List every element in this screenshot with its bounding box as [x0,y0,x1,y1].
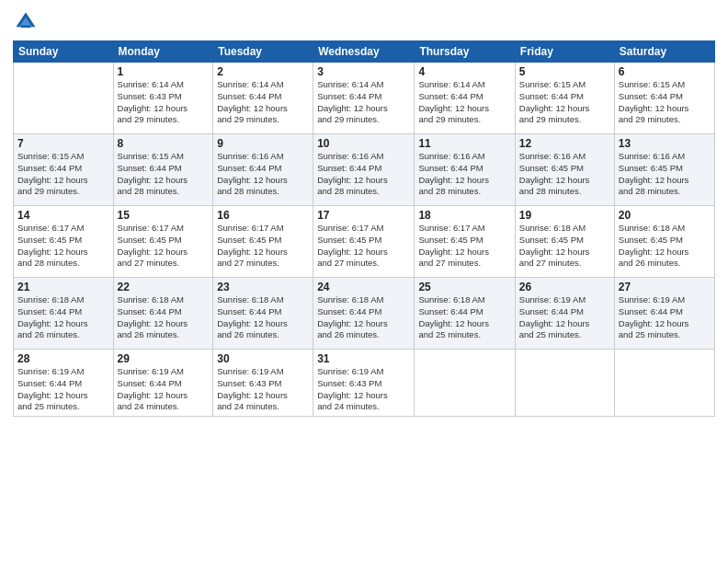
day-number: 16 [217,209,309,222]
header [13,9,715,35]
table-row: 21Sunrise: 6:18 AM Sunset: 6:44 PM Dayli… [14,278,114,350]
table-row: 26Sunrise: 6:19 AM Sunset: 6:44 PM Dayli… [515,278,614,350]
day-number: 8 [118,137,210,150]
day-info: Sunrise: 6:19 AM Sunset: 6:44 PM Dayligh… [118,366,210,413]
day-number: 23 [217,281,309,293]
table-row: 20Sunrise: 6:18 AM Sunset: 6:45 PM Dayli… [614,206,714,278]
table-row [415,350,515,417]
day-number: 3 [317,65,410,78]
table-row: 18Sunrise: 6:17 AM Sunset: 6:45 PM Dayli… [415,206,515,278]
day-number: 27 [619,281,711,293]
day-info: Sunrise: 6:15 AM Sunset: 6:44 PM Dayligh… [17,151,109,198]
table-row: 16Sunrise: 6:17 AM Sunset: 6:45 PM Dayli… [213,206,313,278]
col-sunday: Sunday [14,41,114,63]
col-friday: Friday [515,41,614,63]
day-number: 18 [418,209,510,222]
table-row: 31Sunrise: 6:19 AM Sunset: 6:43 PM Dayli… [313,350,415,417]
table-row: 5Sunrise: 6:15 AM Sunset: 6:44 PM Daylig… [515,63,614,134]
table-row: 12Sunrise: 6:16 AM Sunset: 6:45 PM Dayli… [515,134,614,206]
day-info: Sunrise: 6:19 AM Sunset: 6:44 PM Dayligh… [519,294,610,341]
day-number: 21 [17,281,109,293]
day-number: 10 [317,137,410,150]
table-row: 2Sunrise: 6:14 AM Sunset: 6:44 PM Daylig… [213,63,313,134]
day-number: 20 [619,209,711,222]
table-row: 15Sunrise: 6:17 AM Sunset: 6:45 PM Dayli… [113,206,213,278]
table-row: 10Sunrise: 6:16 AM Sunset: 6:44 PM Dayli… [313,134,415,206]
table-row: 24Sunrise: 6:18 AM Sunset: 6:44 PM Dayli… [313,278,415,350]
table-row [14,63,114,134]
day-number: 4 [418,65,510,78]
day-info: Sunrise: 6:19 AM Sunset: 6:43 PM Dayligh… [317,366,410,413]
day-info: Sunrise: 6:16 AM Sunset: 6:44 PM Dayligh… [217,151,309,198]
calendar-header-row: Sunday Monday Tuesday Wednesday Thursday… [14,41,715,63]
day-info: Sunrise: 6:16 AM Sunset: 6:45 PM Dayligh… [619,151,711,198]
table-row: 13Sunrise: 6:16 AM Sunset: 6:45 PM Dayli… [614,134,714,206]
day-info: Sunrise: 6:17 AM Sunset: 6:45 PM Dayligh… [418,223,510,270]
col-saturday: Saturday [614,41,714,63]
day-info: Sunrise: 6:18 AM Sunset: 6:44 PM Dayligh… [17,294,109,341]
day-info: Sunrise: 6:19 AM Sunset: 6:43 PM Dayligh… [217,366,309,413]
table-row [515,350,614,417]
table-row: 28Sunrise: 6:19 AM Sunset: 6:44 PM Dayli… [14,350,114,417]
day-number: 9 [217,137,309,150]
day-info: Sunrise: 6:17 AM Sunset: 6:45 PM Dayligh… [17,223,109,270]
day-info: Sunrise: 6:14 AM Sunset: 6:44 PM Dayligh… [418,79,510,126]
day-number: 14 [17,209,109,222]
calendar: Sunday Monday Tuesday Wednesday Thursday… [13,40,715,417]
day-info: Sunrise: 6:19 AM Sunset: 6:44 PM Dayligh… [619,294,711,341]
day-info: Sunrise: 6:15 AM Sunset: 6:44 PM Dayligh… [619,79,711,126]
day-info: Sunrise: 6:15 AM Sunset: 6:44 PM Dayligh… [118,151,210,198]
table-row: 29Sunrise: 6:19 AM Sunset: 6:44 PM Dayli… [113,350,213,417]
table-row: 17Sunrise: 6:17 AM Sunset: 6:45 PM Dayli… [313,206,415,278]
day-info: Sunrise: 6:14 AM Sunset: 6:43 PM Dayligh… [118,79,210,126]
day-info: Sunrise: 6:18 AM Sunset: 6:44 PM Dayligh… [418,294,510,341]
table-row: 6Sunrise: 6:15 AM Sunset: 6:44 PM Daylig… [614,63,714,134]
day-number: 24 [317,281,410,293]
table-row: 11Sunrise: 6:16 AM Sunset: 6:44 PM Dayli… [415,134,515,206]
col-thursday: Thursday [415,41,515,63]
table-row: 9Sunrise: 6:16 AM Sunset: 6:44 PM Daylig… [213,134,313,206]
day-number: 5 [519,65,610,78]
day-number: 29 [118,352,210,365]
day-number: 30 [217,352,309,365]
day-info: Sunrise: 6:19 AM Sunset: 6:44 PM Dayligh… [17,366,109,413]
table-row: 27Sunrise: 6:19 AM Sunset: 6:44 PM Dayli… [614,278,714,350]
table-row: 23Sunrise: 6:18 AM Sunset: 6:44 PM Dayli… [213,278,313,350]
table-row: 3Sunrise: 6:14 AM Sunset: 6:44 PM Daylig… [313,63,415,134]
table-row: 30Sunrise: 6:19 AM Sunset: 6:43 PM Dayli… [213,350,313,417]
day-number: 13 [619,137,711,150]
day-info: Sunrise: 6:17 AM Sunset: 6:45 PM Dayligh… [118,223,210,270]
day-info: Sunrise: 6:16 AM Sunset: 6:44 PM Dayligh… [317,151,410,198]
table-row: 25Sunrise: 6:18 AM Sunset: 6:44 PM Dayli… [415,278,515,350]
table-row [614,350,714,417]
day-number: 12 [519,137,610,150]
table-row: 22Sunrise: 6:18 AM Sunset: 6:44 PM Dayli… [113,278,213,350]
day-number: 19 [519,209,610,222]
logo [13,9,42,35]
day-number: 7 [17,137,109,150]
day-info: Sunrise: 6:14 AM Sunset: 6:44 PM Dayligh… [217,79,309,126]
svg-rect-2 [21,26,31,29]
day-number: 17 [317,209,410,222]
page: Sunday Monday Tuesday Wednesday Thursday… [0,0,728,563]
day-info: Sunrise: 6:17 AM Sunset: 6:45 PM Dayligh… [217,223,309,270]
table-row: 14Sunrise: 6:17 AM Sunset: 6:45 PM Dayli… [14,206,114,278]
table-row: 1Sunrise: 6:14 AM Sunset: 6:43 PM Daylig… [113,63,213,134]
day-info: Sunrise: 6:18 AM Sunset: 6:45 PM Dayligh… [519,223,610,270]
day-info: Sunrise: 6:18 AM Sunset: 6:45 PM Dayligh… [619,223,711,270]
day-number: 28 [17,352,109,365]
day-info: Sunrise: 6:16 AM Sunset: 6:45 PM Dayligh… [519,151,610,198]
day-info: Sunrise: 6:18 AM Sunset: 6:44 PM Dayligh… [118,294,210,341]
table-row: 4Sunrise: 6:14 AM Sunset: 6:44 PM Daylig… [415,63,515,134]
day-info: Sunrise: 6:17 AM Sunset: 6:45 PM Dayligh… [317,223,410,270]
day-info: Sunrise: 6:15 AM Sunset: 6:44 PM Dayligh… [519,79,610,126]
logo-icon [13,9,39,35]
col-wednesday: Wednesday [313,41,415,63]
day-info: Sunrise: 6:14 AM Sunset: 6:44 PM Dayligh… [317,79,410,126]
day-number: 11 [418,137,510,150]
day-info: Sunrise: 6:18 AM Sunset: 6:44 PM Dayligh… [317,294,410,341]
day-number: 25 [418,281,510,293]
day-number: 2 [217,65,309,78]
day-info: Sunrise: 6:18 AM Sunset: 6:44 PM Dayligh… [217,294,309,341]
col-tuesday: Tuesday [213,41,313,63]
